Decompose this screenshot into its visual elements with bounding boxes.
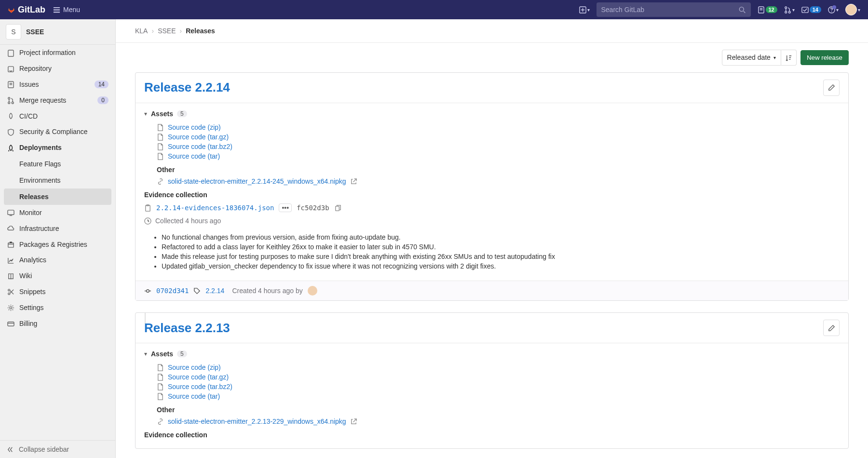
sidebar-item-label: Snippets — [19, 288, 108, 296]
author-avatar[interactable] — [308, 286, 317, 296]
sidebar-item-security[interactable]: Security & Compliance — [0, 124, 115, 140]
release-card: Release 2.2.13 ▾ Assets 5 Source code (z… — [135, 312, 849, 449]
sidebar-item-repository[interactable]: Repository — [0, 61, 115, 77]
create-button[interactable]: ▾ — [579, 6, 590, 13]
breadcrumb-item[interactable]: SSEE — [158, 27, 176, 35]
release-title-link[interactable]: Release 2.2.14 — [144, 80, 230, 95]
evidence-file-link[interactable]: 2.2.14-evidences-1836074.json — [156, 204, 274, 212]
sidebar-item-packages[interactable]: Packages & Registries — [0, 236, 115, 252]
svg-point-18 — [8, 293, 10, 295]
project-header[interactable]: S SSEE — [0, 19, 115, 45]
expand-sha-button[interactable]: ••• — [279, 203, 292, 212]
copy-icon — [334, 205, 341, 212]
sidebar-item-issues[interactable]: Issues 14 — [0, 77, 115, 93]
external-link-icon — [350, 418, 357, 425]
asset-item: Source code (tar.bz2) — [157, 142, 840, 151]
copy-sha-button[interactable] — [334, 204, 341, 212]
sidebar-item-wiki[interactable]: Wiki — [0, 268, 115, 284]
created-text: Created 4 hours ago by — [232, 287, 302, 295]
tag-link[interactable]: 2.2.14 — [205, 287, 224, 295]
sidebar-item-settings[interactable]: Settings — [0, 299, 115, 315]
notification-dot-icon — [832, 5, 836, 9]
asset-link[interactable]: Source code (tar) — [168, 392, 220, 400]
assets-toggle[interactable]: ▾ Assets 5 — [144, 110, 840, 118]
link-icon — [157, 177, 164, 185]
asset-link[interactable]: Source code (zip) — [168, 364, 221, 371]
asset-link[interactable]: Source code (tar.gz) — [168, 133, 229, 141]
gear-icon — [7, 303, 14, 311]
sidebar-item-label: Environments — [19, 176, 61, 184]
search-input[interactable] — [601, 6, 739, 13]
monitor-icon — [7, 209, 14, 217]
asset-link[interactable]: Source code (tar.bz2) — [168, 383, 232, 391]
asset-link[interactable]: Source code (zip) — [168, 123, 221, 131]
asset-link[interactable]: Source code (tar.gz) — [168, 373, 229, 381]
sidebar-item-billing[interactable]: Billing — [0, 315, 115, 331]
release-notes: No functional changes from previous vers… — [144, 228, 840, 274]
info-icon — [7, 49, 14, 57]
assets-toggle[interactable]: ▾ Assets 5 — [144, 350, 840, 358]
sidebar-sub-feature-flags[interactable]: Feature Flags — [0, 156, 115, 172]
release-note-item: Made this release just for testing purpo… — [162, 252, 840, 261]
asset-link[interactable]: Source code (tar) — [168, 152, 220, 160]
asset-link[interactable]: solid-state-electron-emitter_2.2.13-229_… — [168, 418, 346, 425]
sidebar-item-label: Security & Compliance — [19, 128, 108, 135]
brand-logo[interactable]: GitLab — [8, 5, 45, 15]
user-menu[interactable]: ▾ — [845, 4, 860, 15]
todos-count-badge: 14 — [810, 6, 821, 13]
sidebar-item-label: Merge requests — [19, 96, 93, 104]
sidebar-item-cicd[interactable]: CI/CD — [0, 108, 115, 124]
file-icon — [157, 364, 164, 371]
asset-item: Source code (zip) — [157, 122, 840, 132]
asset-link[interactable]: solid-state-electron-emitter_2.2.14-245_… — [168, 177, 346, 185]
sidebar-sub-environments[interactable]: Environments — [0, 172, 115, 189]
sidebar-item-infrastructure[interactable]: Infrastructure — [0, 220, 115, 236]
sidebar-item-label: Feature Flags — [19, 160, 61, 168]
help-nav[interactable]: ▾ — [828, 6, 839, 13]
svg-point-13 — [8, 102, 10, 104]
asset-item: solid-state-electron-emitter_2.2.13-229_… — [157, 417, 840, 426]
sidebar-sub-releases[interactable]: Releases — [4, 189, 111, 205]
search-box[interactable] — [597, 2, 751, 17]
sidebar-item-label: Releases — [19, 193, 49, 201]
chevron-down-icon: ▾ — [144, 350, 147, 357]
issues-nav[interactable]: 12 — [758, 6, 777, 13]
sidebar-item-deployments[interactable]: Deployments — [0, 140, 115, 156]
asset-list: Source code (zip) Source code (tar.gz) S… — [144, 363, 840, 426]
sidebar-item-project-info[interactable]: Project information — [0, 45, 115, 61]
svg-rect-9 — [8, 50, 13, 56]
release-body: ▾ Assets 5 Source code (zip) Source code… — [136, 343, 848, 448]
pencil-icon — [828, 324, 835, 332]
collapse-sidebar-button[interactable]: Collapse sidebar — [0, 440, 115, 458]
gitlab-logo-icon — [8, 6, 15, 13]
sidebar-item-analytics[interactable]: Analytics — [0, 252, 115, 268]
asset-link[interactable]: Source code (tar.bz2) — [168, 143, 232, 150]
todos-nav[interactable]: 14 — [801, 6, 821, 13]
sidebar-item-label: Repository — [19, 65, 108, 72]
sidebar-item-snippets[interactable]: Snippets — [0, 284, 115, 300]
sort-dropdown[interactable]: Released date ▾ — [722, 50, 781, 66]
collected-text: Collected 4 hours ago — [155, 217, 221, 225]
commit-link[interactable]: 0702d341 — [156, 287, 189, 295]
sort-direction-button[interactable] — [781, 50, 797, 66]
menu-button[interactable]: Menu — [53, 6, 80, 13]
evidence-row: 2.2.14-evidences-1836074.json ••• fc502d… — [144, 202, 840, 214]
deploy-icon — [7, 144, 14, 152]
merge-icon — [7, 96, 14, 104]
sidebar-item-monitor[interactable]: Monitor — [0, 205, 115, 221]
todo-icon — [801, 6, 809, 13]
asset-item: Source code (tar.gz) — [157, 132, 840, 142]
sidebar-item-merge-requests[interactable]: Merge requests 0 — [0, 92, 115, 108]
new-release-button[interactable]: New release — [800, 50, 849, 65]
release-title-link[interactable]: Release 2.2.13 — [144, 321, 230, 336]
collected-row: Collected 4 hours ago — [144, 214, 840, 228]
breadcrumb-item[interactable]: KLA — [135, 27, 148, 35]
rocket-icon — [7, 112, 14, 120]
edit-release-button[interactable] — [823, 320, 840, 336]
svg-rect-23 — [335, 206, 339, 210]
merge-requests-nav[interactable]: ▾ — [784, 6, 795, 13]
file-icon — [157, 143, 164, 150]
other-subsection-label: Other — [157, 161, 840, 176]
plus-square-icon — [579, 6, 586, 13]
edit-release-button[interactable] — [823, 80, 840, 96]
